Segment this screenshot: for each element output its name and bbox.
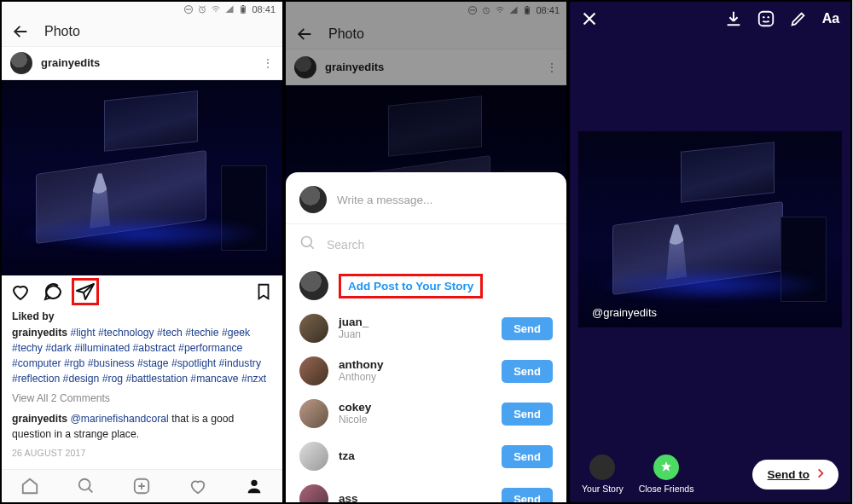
add-to-story-link[interactable]: Add Post to Your Story bbox=[339, 274, 483, 298]
view-all-comments[interactable]: View All 2 Comments bbox=[12, 391, 272, 407]
bottom-nav bbox=[2, 469, 282, 503]
send-button[interactable]: Send bbox=[502, 317, 553, 340]
share-target-row: tza Send bbox=[286, 435, 566, 478]
share-target-row: ass Send bbox=[286, 478, 566, 504]
text-tool-icon[interactable]: Aa bbox=[820, 8, 842, 30]
story-toolbar: Aa bbox=[570, 2, 850, 36]
post-author-row[interactable]: grainyedits ⋮ bbox=[2, 47, 282, 81]
avatar bbox=[299, 442, 328, 471]
page-header: Photo bbox=[2, 18, 282, 47]
close-friends-target[interactable]: Close Friends bbox=[639, 455, 694, 494]
heart-icon[interactable] bbox=[10, 281, 31, 302]
story-bottom-bar: Your Story Close Friends Send to bbox=[570, 455, 850, 494]
add-to-story-row[interactable]: Add Post to Your Story bbox=[286, 264, 566, 307]
target-username: ass bbox=[339, 492, 491, 504]
share-target-row: anthony Anthony Send bbox=[286, 350, 566, 392]
send-button[interactable]: Send bbox=[502, 403, 553, 426]
panel-photo-view: 08:41 Photo grainyedits ⋮ Liked by bbox=[0, 0, 284, 504]
target-username: tza bbox=[339, 449, 491, 463]
send-button[interactable]: Send bbox=[502, 360, 553, 383]
liked-by-label: Liked by bbox=[12, 310, 272, 325]
target-name: Nicole bbox=[339, 414, 491, 426]
story-source-handle[interactable]: @grainyedits bbox=[592, 306, 657, 319]
svg-point-8 bbox=[251, 479, 257, 485]
nav-search-icon[interactable] bbox=[76, 476, 96, 496]
share-target-row: juan_ Juan Send bbox=[286, 307, 566, 350]
nav-add-icon[interactable] bbox=[131, 476, 152, 496]
nav-profile-icon[interactable] bbox=[244, 476, 264, 496]
svg-point-17 bbox=[763, 16, 764, 18]
comment-mention[interactable]: @marinefishandcoral bbox=[70, 413, 168, 425]
nav-home-icon[interactable] bbox=[20, 476, 40, 496]
target-name: Anthony bbox=[339, 372, 491, 384]
alarm-icon bbox=[197, 4, 207, 14]
status-time: 08:41 bbox=[252, 4, 276, 14]
search-row[interactable]: Search bbox=[286, 224, 566, 264]
message-input-row[interactable]: Write a message... bbox=[286, 182, 566, 224]
comment-user[interactable]: grainyedits bbox=[12, 413, 67, 425]
draw-icon[interactable] bbox=[787, 8, 809, 30]
post-actions bbox=[2, 275, 282, 308]
svg-rect-5 bbox=[242, 8, 246, 13]
target-username: cokey bbox=[339, 401, 491, 414]
message-placeholder: Write a message... bbox=[337, 194, 432, 206]
bookmark-icon[interactable] bbox=[253, 281, 274, 302]
star-icon bbox=[653, 455, 679, 480]
caption-user[interactable]: grainyedits bbox=[12, 327, 67, 339]
your-story-target[interactable]: Your Story bbox=[582, 455, 624, 494]
send-button[interactable]: Send bbox=[502, 445, 553, 468]
avatar bbox=[299, 271, 328, 300]
svg-rect-4 bbox=[242, 5, 244, 6]
send-to-label: Send to bbox=[768, 468, 810, 481]
top-comment: grainyedits @marinefishandcoral that is … bbox=[12, 412, 272, 442]
wifi-icon bbox=[211, 4, 221, 14]
download-icon[interactable] bbox=[722, 8, 745, 30]
back-icon[interactable] bbox=[10, 21, 31, 42]
panel-story-editor: Aa @grainyedits Your Story Close Friends… bbox=[568, 0, 852, 504]
chevron-right-icon bbox=[815, 467, 827, 482]
your-story-label: Your Story bbox=[582, 484, 624, 494]
send-to-button[interactable]: Send to bbox=[752, 460, 839, 490]
post-meta: Liked by grainyedits #light #technology … bbox=[2, 308, 282, 469]
search-placeholder: Search bbox=[327, 238, 364, 252]
share-target-row: cokey Nicole Send bbox=[286, 392, 566, 435]
avatar bbox=[299, 356, 328, 385]
close-friends-label: Close Friends bbox=[639, 484, 694, 494]
target-username: juan_ bbox=[339, 316, 491, 329]
more-icon[interactable]: ⋮ bbox=[262, 56, 274, 70]
avatar bbox=[10, 52, 32, 74]
avatar bbox=[299, 484, 328, 504]
svg-point-15 bbox=[302, 237, 312, 247]
nav-activity-icon[interactable] bbox=[188, 476, 208, 496]
share-bottom-sheet: Write a message... Search Add Post to Yo… bbox=[286, 172, 566, 502]
send-button[interactable]: Send bbox=[502, 488, 553, 505]
author-username: grainyedits bbox=[41, 56, 253, 69]
post-date: 26 AUGUST 2017 bbox=[12, 447, 272, 460]
target-username: anthony bbox=[339, 358, 491, 372]
avatar bbox=[299, 314, 328, 343]
avatar bbox=[299, 186, 327, 213]
svg-point-6 bbox=[78, 479, 90, 490]
post-image[interactable] bbox=[2, 80, 282, 275]
search-icon bbox=[299, 235, 316, 254]
sticker-icon[interactable] bbox=[755, 8, 777, 30]
avatar bbox=[589, 455, 615, 480]
page-title: Photo bbox=[44, 24, 80, 39]
comment-icon[interactable] bbox=[43, 281, 63, 302]
share-icon[interactable] bbox=[75, 281, 96, 302]
signal-icon bbox=[224, 4, 235, 14]
post-caption: grainyedits #light #technology #tech #te… bbox=[12, 326, 272, 386]
story-canvas[interactable]: @grainyedits bbox=[578, 131, 842, 327]
svg-rect-16 bbox=[759, 12, 774, 26]
avatar bbox=[299, 399, 328, 428]
status-bar: 08:41 bbox=[2, 2, 282, 18]
dnd-icon bbox=[183, 4, 194, 14]
battery-icon bbox=[238, 4, 248, 14]
panel-share-sheet: 08:41 Photo grainyedits ⋮ Write a messag… bbox=[284, 0, 568, 504]
close-icon[interactable] bbox=[578, 8, 601, 30]
target-name: Juan bbox=[339, 329, 491, 341]
svg-point-18 bbox=[768, 16, 769, 18]
